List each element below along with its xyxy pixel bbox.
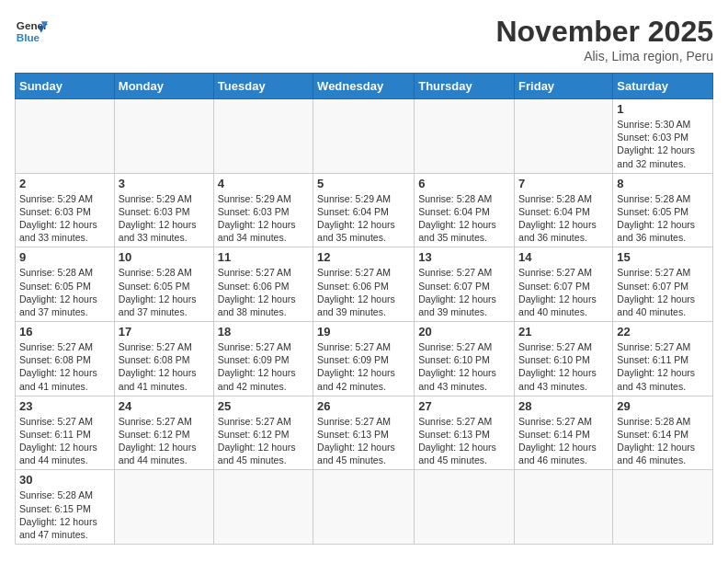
svg-text:General: General [17, 19, 48, 31]
day-number: 30 [19, 473, 110, 487]
weekday-header: Monday [114, 74, 213, 99]
day-info: Sunrise: 5:29 AM Sunset: 6:03 PM Dayligh… [119, 192, 210, 245]
calendar-cell: 15Sunrise: 5:27 AM Sunset: 6:07 PM Dayli… [613, 247, 713, 322]
day-info: Sunrise: 5:27 AM Sunset: 6:06 PM Dayligh… [218, 266, 309, 318]
calendar-cell: 22Sunrise: 5:27 AM Sunset: 6:11 PM Dayli… [613, 322, 713, 396]
day-info: Sunrise: 5:27 AM Sunset: 6:11 PM Dayligh… [617, 340, 709, 393]
day-number: 25 [218, 399, 309, 413]
calendar-week-row: 2Sunrise: 5:29 AM Sunset: 6:03 PM Daylig… [16, 173, 713, 247]
calendar-cell [515, 470, 613, 545]
calendar-cell: 13Sunrise: 5:27 AM Sunset: 6:07 PM Dayli… [415, 247, 515, 322]
title-block: November 2025 Alis, Lima region, Peru [495, 15, 713, 63]
calendar-cell: 6Sunrise: 5:28 AM Sunset: 6:04 PM Daylig… [415, 173, 515, 247]
day-info: Sunrise: 5:27 AM Sunset: 6:09 PM Dayligh… [317, 340, 410, 393]
calendar-table: SundayMondayTuesdayWednesdayThursdayFrid… [15, 73, 713, 545]
day-number: 15 [617, 250, 709, 264]
day-info: Sunrise: 5:27 AM Sunset: 6:14 PM Dayligh… [518, 415, 609, 467]
calendar-cell [114, 99, 213, 174]
calendar-cell: 11Sunrise: 5:27 AM Sunset: 6:06 PM Dayli… [213, 247, 313, 322]
calendar-cell [313, 99, 415, 174]
day-number: 29 [617, 399, 709, 413]
day-number: 10 [119, 250, 210, 264]
calendar-cell [213, 99, 313, 174]
day-info: Sunrise: 5:27 AM Sunset: 6:08 PM Dayligh… [119, 340, 210, 393]
calendar-cell: 28Sunrise: 5:27 AM Sunset: 6:14 PM Dayli… [515, 396, 613, 470]
page-header: General Blue November 2025 Alis, Lima re… [15, 15, 713, 63]
calendar-cell: 23Sunrise: 5:27 AM Sunset: 6:11 PM Dayli… [16, 396, 115, 470]
day-number: 21 [518, 325, 609, 339]
calendar-cell: 29Sunrise: 5:28 AM Sunset: 6:14 PM Dayli… [613, 396, 713, 470]
day-number: 6 [418, 177, 510, 190]
calendar-cell: 14Sunrise: 5:27 AM Sunset: 6:07 PM Dayli… [515, 247, 613, 322]
location-subtitle: Alis, Lima region, Peru [495, 49, 713, 63]
day-number: 27 [418, 399, 510, 413]
day-info: Sunrise: 5:28 AM Sunset: 6:05 PM Dayligh… [119, 266, 210, 318]
calendar-cell: 1Sunrise: 5:30 AM Sunset: 6:03 PM Daylig… [613, 99, 713, 174]
calendar-cell: 5Sunrise: 5:29 AM Sunset: 6:04 PM Daylig… [313, 173, 415, 247]
calendar-cell: 24Sunrise: 5:27 AM Sunset: 6:12 PM Dayli… [114, 396, 213, 470]
calendar-cell [16, 99, 115, 174]
day-info: Sunrise: 5:27 AM Sunset: 6:06 PM Dayligh… [317, 266, 410, 318]
weekday-header-row: SundayMondayTuesdayWednesdayThursdayFrid… [16, 74, 713, 99]
day-info: Sunrise: 5:27 AM Sunset: 6:13 PM Dayligh… [418, 415, 510, 467]
calendar-cell [415, 99, 515, 174]
calendar-cell: 7Sunrise: 5:28 AM Sunset: 6:04 PM Daylig… [515, 173, 613, 247]
calendar-week-row: 16Sunrise: 5:27 AM Sunset: 6:08 PM Dayli… [16, 322, 713, 396]
weekday-header: Tuesday [213, 74, 313, 99]
day-info: Sunrise: 5:27 AM Sunset: 6:08 PM Dayligh… [19, 340, 110, 393]
calendar-cell: 4Sunrise: 5:29 AM Sunset: 6:03 PM Daylig… [213, 173, 313, 247]
day-info: Sunrise: 5:27 AM Sunset: 6:10 PM Dayligh… [418, 340, 510, 393]
weekday-header: Friday [515, 74, 613, 99]
day-info: Sunrise: 5:27 AM Sunset: 6:09 PM Dayligh… [218, 340, 309, 393]
calendar-week-row: 1Sunrise: 5:30 AM Sunset: 6:03 PM Daylig… [16, 99, 713, 174]
calendar-cell: 20Sunrise: 5:27 AM Sunset: 6:10 PM Dayli… [415, 322, 515, 396]
day-number: 13 [418, 250, 510, 264]
calendar-cell: 19Sunrise: 5:27 AM Sunset: 6:09 PM Dayli… [313, 322, 415, 396]
day-info: Sunrise: 5:27 AM Sunset: 6:11 PM Dayligh… [19, 415, 110, 467]
day-number: 12 [317, 250, 410, 264]
calendar-week-row: 23Sunrise: 5:27 AM Sunset: 6:11 PM Dayli… [16, 396, 713, 470]
day-info: Sunrise: 5:29 AM Sunset: 6:03 PM Dayligh… [19, 192, 110, 245]
weekday-header: Sunday [16, 74, 115, 99]
day-number: 7 [518, 177, 609, 190]
day-info: Sunrise: 5:27 AM Sunset: 6:07 PM Dayligh… [617, 266, 709, 318]
day-number: 1 [617, 102, 709, 116]
day-number: 28 [518, 399, 609, 413]
calendar-cell: 26Sunrise: 5:27 AM Sunset: 6:13 PM Dayli… [313, 396, 415, 470]
day-number: 24 [119, 399, 210, 413]
day-number: 23 [19, 399, 110, 413]
calendar-cell: 18Sunrise: 5:27 AM Sunset: 6:09 PM Dayli… [213, 322, 313, 396]
calendar-cell: 10Sunrise: 5:28 AM Sunset: 6:05 PM Dayli… [114, 247, 213, 322]
calendar-cell: 25Sunrise: 5:27 AM Sunset: 6:12 PM Dayli… [213, 396, 313, 470]
day-number: 17 [119, 325, 210, 339]
calendar-cell: 27Sunrise: 5:27 AM Sunset: 6:13 PM Dayli… [415, 396, 515, 470]
calendar-cell [114, 470, 213, 545]
day-info: Sunrise: 5:27 AM Sunset: 6:10 PM Dayligh… [518, 340, 609, 393]
day-info: Sunrise: 5:30 AM Sunset: 6:03 PM Dayligh… [617, 118, 709, 170]
day-info: Sunrise: 5:28 AM Sunset: 6:14 PM Dayligh… [617, 415, 709, 467]
calendar-cell: 3Sunrise: 5:29 AM Sunset: 6:03 PM Daylig… [114, 173, 213, 247]
day-info: Sunrise: 5:27 AM Sunset: 6:13 PM Dayligh… [317, 415, 410, 467]
svg-text:Blue: Blue [17, 31, 40, 43]
day-number: 20 [418, 325, 510, 339]
day-info: Sunrise: 5:29 AM Sunset: 6:04 PM Dayligh… [317, 192, 410, 245]
calendar-cell: 17Sunrise: 5:27 AM Sunset: 6:08 PM Dayli… [114, 322, 213, 396]
day-number: 4 [218, 177, 309, 190]
calendar-cell [415, 470, 515, 545]
day-info: Sunrise: 5:27 AM Sunset: 6:12 PM Dayligh… [119, 415, 210, 467]
day-info: Sunrise: 5:28 AM Sunset: 6:04 PM Dayligh… [518, 192, 609, 245]
calendar-cell: 30Sunrise: 5:28 AM Sunset: 6:15 PM Dayli… [16, 470, 115, 545]
calendar-cell: 21Sunrise: 5:27 AM Sunset: 6:10 PM Dayli… [515, 322, 613, 396]
month-title: November 2025 [495, 15, 713, 49]
day-number: 11 [218, 250, 309, 264]
calendar-cell: 16Sunrise: 5:27 AM Sunset: 6:08 PM Dayli… [16, 322, 115, 396]
calendar-cell [313, 470, 415, 545]
weekday-header: Thursday [415, 74, 515, 99]
day-info: Sunrise: 5:28 AM Sunset: 6:05 PM Dayligh… [617, 192, 709, 245]
day-number: 8 [617, 177, 709, 190]
day-number: 16 [19, 325, 110, 339]
day-number: 22 [617, 325, 709, 339]
calendar-week-row: 9Sunrise: 5:28 AM Sunset: 6:05 PM Daylig… [16, 247, 713, 322]
calendar-cell [213, 470, 313, 545]
day-info: Sunrise: 5:29 AM Sunset: 6:03 PM Dayligh… [218, 192, 309, 245]
